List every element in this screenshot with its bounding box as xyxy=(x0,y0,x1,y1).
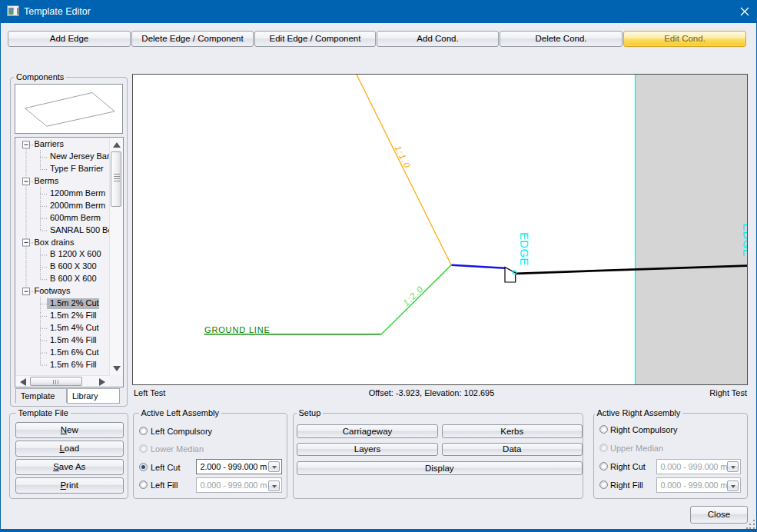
svg-text:GROUND LINE: GROUND LINE xyxy=(204,325,271,334)
svg-text:1:1.0: 1:1.0 xyxy=(393,144,413,170)
svg-text:1:2.0: 1:2.0 xyxy=(401,284,425,308)
svg-text:EDGE: EDGE xyxy=(518,232,531,266)
svg-text:EDGE: EDGE xyxy=(741,224,748,258)
